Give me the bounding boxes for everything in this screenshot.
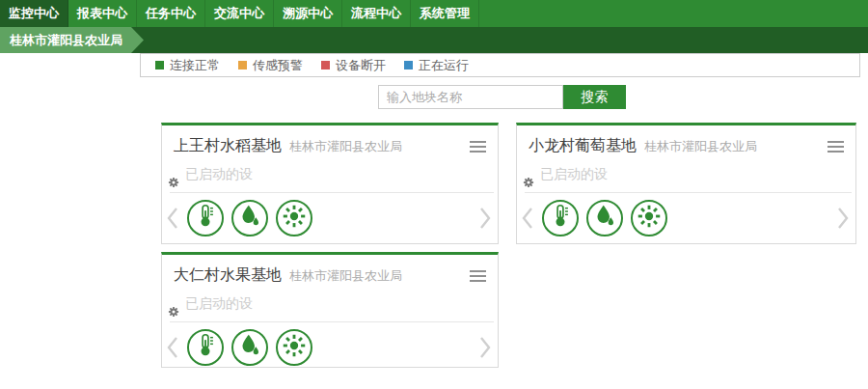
base-org-subtitle: 桂林市灌阳县农业局	[289, 267, 402, 285]
base-title: 上王村水稻基地	[174, 136, 282, 156]
temperature-sensor-button[interactable]	[187, 329, 224, 366]
temperature-sensor-button[interactable]	[542, 200, 579, 236]
base-card-shangwang-rice: 上王村水稻基地 桂林市灌阳县农业局 已启动的设	[161, 123, 499, 244]
red-status-swatch	[321, 61, 330, 69]
sun-icon	[280, 331, 309, 364]
chevron-left-icon[interactable]	[521, 206, 534, 231]
water-drop-icon	[235, 331, 264, 364]
started-devices-label: 已启动的设	[185, 166, 253, 181]
legend-item-disconnected: 设备断开	[321, 57, 386, 74]
sensor-carousel	[517, 193, 855, 236]
light-sensor-button[interactable]	[276, 200, 312, 236]
card-menu-icon[interactable]	[470, 265, 486, 287]
gear-icon	[168, 176, 179, 191]
base-title: 大仁村水果基地	[174, 265, 282, 286]
chevron-right-icon[interactable]	[836, 206, 850, 231]
base-org-subtitle: 桂林市灌阳县农业局	[289, 138, 402, 155]
green-status-swatch	[155, 61, 164, 69]
light-sensor-button[interactable]	[631, 200, 667, 236]
base-org-subtitle: 桂林市灌阳县农业局	[644, 138, 757, 155]
plot-name-search-input[interactable]	[378, 85, 563, 109]
nav-tab-monitor-center[interactable]: 监控中心	[0, 0, 68, 27]
card-header: 上王村水稻基地 桂林市灌阳县农业局	[162, 125, 498, 157]
blue-status-swatch	[404, 61, 413, 69]
legend-label: 传感预警	[253, 57, 303, 74]
nav-tab-process-center[interactable]: 流程中心	[342, 0, 411, 27]
card-header: 大仁村水果基地 桂林市灌阳县农业局	[162, 255, 498, 287]
chevron-left-icon[interactable]	[166, 335, 179, 360]
legend-label: 连接正常	[170, 57, 220, 74]
card-header: 小龙村葡萄基地 桂林市灌阳县农业局	[517, 125, 855, 157]
temperature-sensor-button[interactable]	[187, 200, 224, 236]
sensor-carousel	[162, 193, 498, 236]
legend-item-connected: 连接正常	[155, 57, 220, 74]
top-navbar: 监控中心 报表中心 任务中心 交流中心 溯源中心 流程中心 系统管理	[0, 0, 868, 27]
started-devices-row: 已启动的设	[170, 166, 494, 193]
humidity-sensor-button[interactable]	[231, 329, 268, 366]
breadcrumb-bar: 桂林市灌阳县农业局	[0, 27, 868, 53]
water-drop-icon	[235, 202, 264, 235]
thermometer-icon	[191, 331, 220, 364]
chevron-right-icon[interactable]	[478, 206, 492, 231]
base-title: 小龙村葡萄基地	[529, 136, 637, 156]
started-devices-row: 已启动的设	[170, 295, 494, 322]
thermometer-icon	[191, 202, 220, 235]
plot-search-bar: 搜索	[378, 85, 626, 109]
started-devices-label: 已启动的设	[185, 295, 253, 311]
humidity-sensor-button[interactable]	[586, 200, 623, 236]
search-button[interactable]: 搜索	[563, 85, 626, 109]
nav-tab-system-management[interactable]: 系统管理	[411, 0, 479, 27]
sensor-carousel	[162, 322, 498, 366]
nav-tab-trace-center[interactable]: 溯源中心	[274, 0, 342, 27]
thermometer-icon	[546, 202, 575, 235]
breadcrumb[interactable]: 桂林市灌阳县农业局	[0, 27, 144, 53]
water-drop-icon	[590, 202, 619, 235]
gear-icon	[168, 305, 179, 320]
card-menu-icon[interactable]	[470, 136, 486, 157]
status-legend: 连接正常 传感预警 设备断开 正在运行	[140, 53, 860, 77]
chevron-right-icon[interactable]	[478, 335, 492, 360]
sun-icon	[635, 202, 664, 235]
card-menu-icon[interactable]	[827, 136, 844, 157]
legend-item-sensor-warning: 传感预警	[238, 57, 303, 74]
base-card-xiaolong-grape: 小龙村葡萄基地 桂林市灌阳县农业局 已启动的设	[516, 123, 856, 244]
nav-tab-report-center[interactable]: 报表中心	[68, 0, 137, 27]
legend-label: 设备断开	[336, 57, 386, 74]
gear-icon	[523, 176, 534, 191]
sun-icon	[280, 202, 309, 235]
legend-label: 正在运行	[419, 57, 469, 74]
humidity-sensor-button[interactable]	[231, 200, 268, 236]
started-devices-row: 已启动的设	[525, 166, 852, 193]
started-devices-label: 已启动的设	[540, 166, 608, 181]
legend-item-running: 正在运行	[404, 57, 469, 74]
chevron-left-icon[interactable]	[166, 206, 179, 231]
orange-status-swatch	[238, 61, 247, 69]
light-sensor-button[interactable]	[276, 329, 312, 366]
nav-tab-communication-center[interactable]: 交流中心	[205, 0, 274, 27]
nav-tab-task-center[interactable]: 任务中心	[137, 0, 205, 27]
base-card-daren-fruit: 大仁村水果基地 桂林市灌阳县农业局 已启动的设	[161, 252, 499, 368]
